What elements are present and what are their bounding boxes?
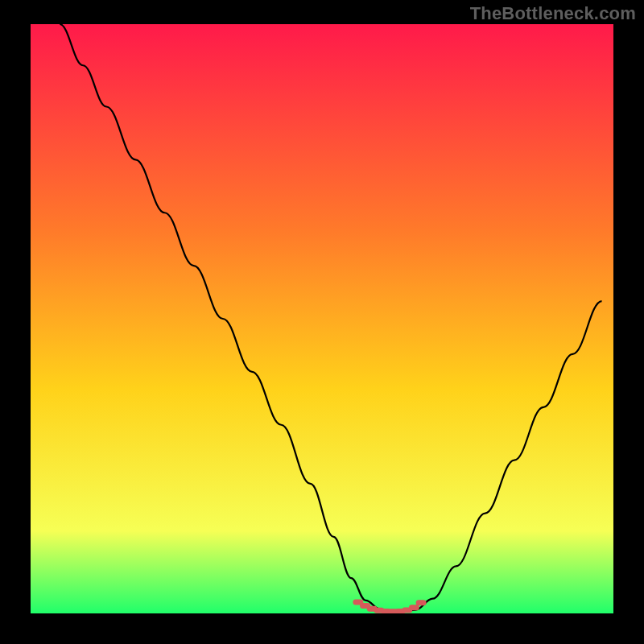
bottleneck-chart bbox=[31, 24, 613, 613]
chart-frame: TheBottleneck.com bbox=[0, 0, 644, 644]
gradient-background bbox=[31, 24, 613, 613]
watermark-text: TheBottleneck.com bbox=[470, 3, 636, 24]
plot-area bbox=[31, 24, 613, 613]
